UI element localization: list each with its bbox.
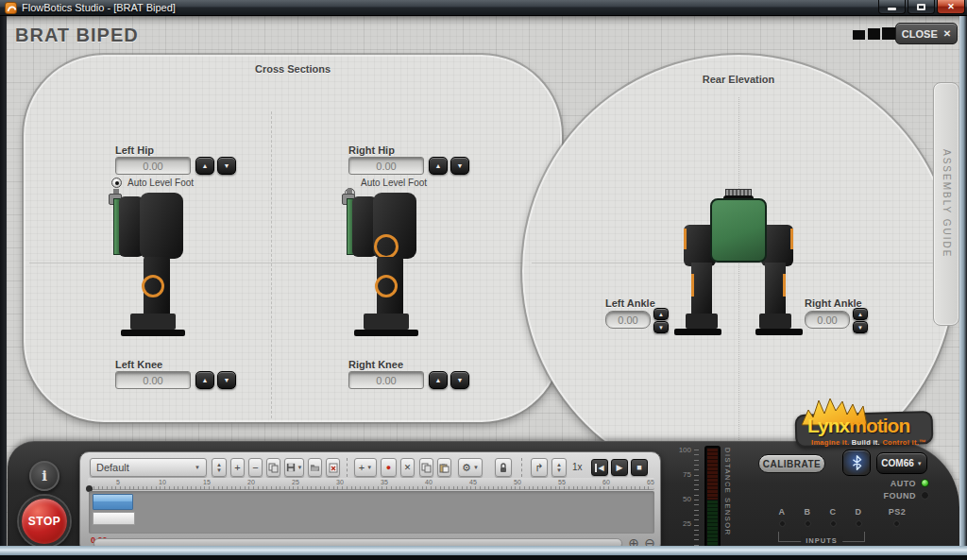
sensor-tick-marks <box>694 450 699 550</box>
up-arrow-icon: ▲ <box>435 377 442 383</box>
right-ankle-value-field[interactable]: 0.00 <box>805 311 850 329</box>
left-hip-decrement-button[interactable]: ▼ <box>217 157 236 175</box>
copy-keyframe-button[interactable] <box>419 458 433 477</box>
left-knee-increment-button[interactable]: ▲ <box>195 371 214 389</box>
ruler-tick: 50 <box>511 479 524 485</box>
bluetooth-button[interactable] <box>842 450 871 476</box>
left-ankle-value-field[interactable]: 0.00 <box>605 311 651 329</box>
minus-icon: − <box>252 462 258 473</box>
ruler-tick: 15 <box>200 479 213 485</box>
knee-joint-ring <box>375 275 398 297</box>
up-arrow-icon: ▲ <box>658 312 664 317</box>
logo-wordmark: Lynxmotion <box>807 415 909 437</box>
right-ankle-increment-button[interactable]: ▲ <box>853 308 868 320</box>
left-ankle-decrement-button[interactable]: ▼ <box>653 321 669 333</box>
right-ankle-decrement-button[interactable]: ▼ <box>853 321 868 333</box>
inputs-label: INPUTS <box>801 536 842 545</box>
info-icon: i <box>42 467 47 484</box>
loop-button[interactable]: ↱ <box>531 458 548 477</box>
window-close-button[interactable]: ✕ <box>937 0 965 14</box>
left-knee-value: 0.00 <box>143 375 162 386</box>
timeline-clip[interactable] <box>93 512 135 525</box>
settings-button[interactable]: ⚙ ▼ <box>458 458 483 477</box>
hip-joint-ring <box>374 234 399 259</box>
stop-playback-button[interactable]: ■ <box>631 459 648 476</box>
timeline-track-area[interactable] <box>89 491 654 534</box>
timeline-clip-selected[interactable] <box>93 494 133 510</box>
logo-brand-lynx: Lynx <box>807 415 849 436</box>
left-leg-graphic <box>106 185 195 338</box>
folder-open-icon <box>310 463 320 472</box>
save-button[interactable]: ▼ <box>284 458 304 477</box>
up-arrow-icon: ▲ <box>435 162 442 169</box>
plus-icon: + <box>234 462 240 473</box>
stop-button[interactable]: STOP <box>19 496 70 547</box>
right-knee-decrement-button[interactable]: ▼ <box>450 371 469 389</box>
window-maximize-button[interactable] <box>908 0 935 14</box>
com-port-dropdown[interactable]: COM66 ▼ <box>876 452 927 474</box>
meter-red-segments <box>707 449 718 500</box>
ruler-tick: 35 <box>378 479 391 485</box>
foot-plate <box>121 330 185 336</box>
down-arrow-icon: ▼ <box>216 467 222 473</box>
down-arrow-icon: ▼ <box>556 467 562 473</box>
stop-button-label: STOP <box>28 515 60 528</box>
preset-value: Default <box>96 462 129 473</box>
delete-file-button[interactable] <box>326 458 340 477</box>
left-hip-increment-button[interactable]: ▲ <box>195 157 214 175</box>
header-square-large <box>882 27 896 40</box>
window-minimize-button[interactable] <box>878 0 906 14</box>
info-button[interactable]: i <box>29 461 59 491</box>
add-button[interactable]: + <box>230 458 245 477</box>
right-knee-value: 0.00 <box>376 375 396 386</box>
calibrate-button[interactable]: CALIBRATE <box>758 454 825 473</box>
record-icon: ● <box>386 463 391 472</box>
assembly-guide-tab[interactable]: ASSEMBLY GUIDE <box>933 82 959 326</box>
window-frame-bottom <box>0 546 967 555</box>
copy-icon <box>421 463 432 473</box>
app-icon <box>5 2 17 14</box>
chevron-down-icon: ▼ <box>195 465 200 470</box>
input-channel-label: D <box>851 507 866 517</box>
left-hip-value-field[interactable]: 0.00 <box>115 157 191 175</box>
input-channel-label: B <box>800 507 815 517</box>
open-button[interactable] <box>308 458 322 477</box>
left-knee-value-field[interactable]: 0.00 <box>115 371 191 389</box>
right-hip-label: Right Hip <box>348 144 395 156</box>
right-knee-increment-button[interactable]: ▲ <box>429 371 448 389</box>
app-close-button[interactable]: CLOSE ✕ <box>895 23 958 44</box>
add-keyframe-button[interactable]: + ▼ <box>354 458 377 477</box>
gear-icon: ⚙ <box>462 462 471 474</box>
ruler-tick: 40 <box>422 479 435 485</box>
right-hip-value: 0.00 <box>376 161 396 172</box>
delete-keyframe-button[interactable]: ✕ <box>400 458 415 477</box>
preset-dropdown[interactable]: Default ▼ <box>90 458 207 477</box>
paste-keyframe-button[interactable] <box>437 458 451 477</box>
speed-spinner[interactable]: ▲▼ <box>551 458 567 477</box>
window-frame-right <box>959 16 967 546</box>
down-arrow-icon: ▼ <box>658 325 664 331</box>
logo-tagline: Imagine it. Build it. Control it.™ <box>811 438 926 447</box>
foot-plate <box>354 330 418 336</box>
duplicate-button[interactable] <box>266 458 280 477</box>
down-arrow-icon: ▼ <box>224 162 230 169</box>
right-knee-value-field[interactable]: 0.00 <box>348 371 424 389</box>
left-ankle-increment-button[interactable]: ▲ <box>653 308 669 320</box>
preset-spinner[interactable]: ▲▼ <box>212 458 227 477</box>
remove-button[interactable]: − <box>248 458 263 477</box>
left-leg <box>691 263 712 315</box>
right-hip-decrement-button[interactable]: ▼ <box>450 157 469 175</box>
lock-button[interactable] <box>495 458 512 477</box>
found-led <box>921 491 929 500</box>
right-hip-value-field[interactable]: 0.00 <box>348 157 424 175</box>
inputs-group-bracket: INPUTS <box>778 532 865 542</box>
left-knee-decrement-button[interactable]: ▼ <box>217 371 236 389</box>
skip-to-start-button[interactable]: ◀ <box>591 459 608 476</box>
right-hip-increment-button[interactable]: ▲ <box>429 157 448 175</box>
play-button[interactable]: ▶ <box>611 459 628 476</box>
app-close-label: CLOSE <box>902 28 938 40</box>
speed-label: 1x <box>572 462 583 472</box>
play-icon: ▶ <box>617 463 623 472</box>
ankle-block <box>130 314 176 330</box>
record-button[interactable]: ● <box>381 458 397 477</box>
